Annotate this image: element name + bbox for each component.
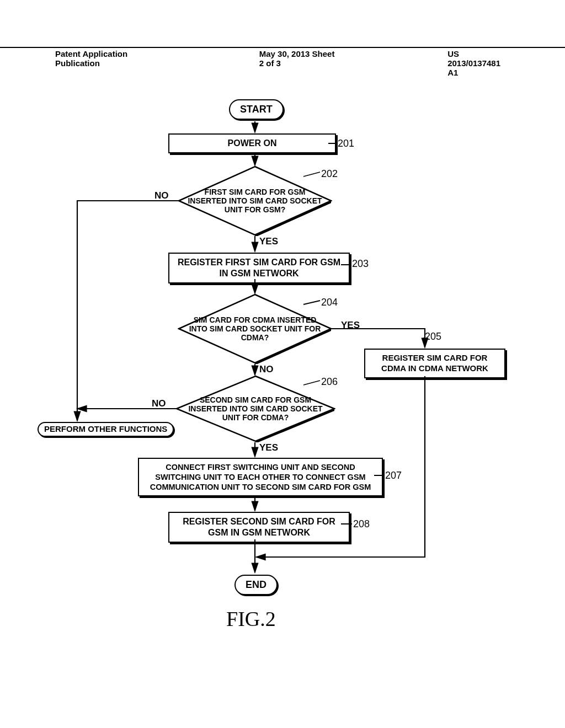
label-yes-2: YES <box>341 320 360 331</box>
header-center: May 30, 2013 Sheet 2 of 3 <box>204 49 392 77</box>
ref-203: 203 <box>352 258 369 270</box>
start-terminator: START <box>229 99 284 120</box>
label-no-2: NO <box>259 364 274 375</box>
label-no-3: NO <box>152 398 166 409</box>
ref-205: 205 <box>425 331 441 342</box>
decision-second-sim-gsm: SECOND SIM CARD FOR GSM INSERTED INTO SI… <box>175 375 335 442</box>
label-yes-1: YES <box>259 236 278 247</box>
process-register-cdma: REGISTER SIM CARD FOR CDMA IN CDMA NETWO… <box>364 349 505 378</box>
process-register-first-gsm: REGISTER FIRST SIM CARD FOR GSM IN GSM N… <box>168 253 350 283</box>
label-yes-3: YES <box>259 442 278 453</box>
decision-text: SIM CARD FOR CDMA INSERTED INTO SIM CARD… <box>188 301 322 356</box>
decision-sim-cdma: SIM CARD FOR CDMA INSERTED INTO SIM CARD… <box>178 293 332 364</box>
ref-204: 204 <box>321 297 338 308</box>
process-power-on: POWER ON <box>168 133 336 153</box>
page-header: Patent Application Publication May 30, 2… <box>0 47 565 77</box>
ref-206: 206 <box>321 376 338 388</box>
ref-208: 208 <box>353 518 370 530</box>
decision-text: FIRST SIM CARD FOR GSM INSERTED INTO SIM… <box>188 173 322 228</box>
ref-201: 201 <box>338 138 354 149</box>
other-functions-terminator: PERFORM OTHER FUNCTIONS <box>38 422 174 437</box>
decision-text: SECOND SIM CARD FOR GSM INSERTED INTO SI… <box>185 383 326 435</box>
label-no-1: NO <box>154 190 169 201</box>
ref-202: 202 <box>321 168 338 180</box>
ref-207: 207 <box>385 470 402 481</box>
end-terminator: END <box>234 575 278 595</box>
process-connect-switching: CONNECT FIRST SWITCHING UNIT AND SECOND … <box>138 458 383 496</box>
header-left: Patent Application Publication <box>0 49 204 77</box>
process-register-second-gsm: REGISTER SECOND SIM CARD FOR GSM IN GSM … <box>168 512 350 543</box>
decision-first-sim-gsm: FIRST SIM CARD FOR GSM INSERTED INTO SIM… <box>178 165 332 236</box>
figure-label: FIG.2 <box>226 607 276 631</box>
header-right: US 2013/0137481 A1 <box>392 49 565 77</box>
